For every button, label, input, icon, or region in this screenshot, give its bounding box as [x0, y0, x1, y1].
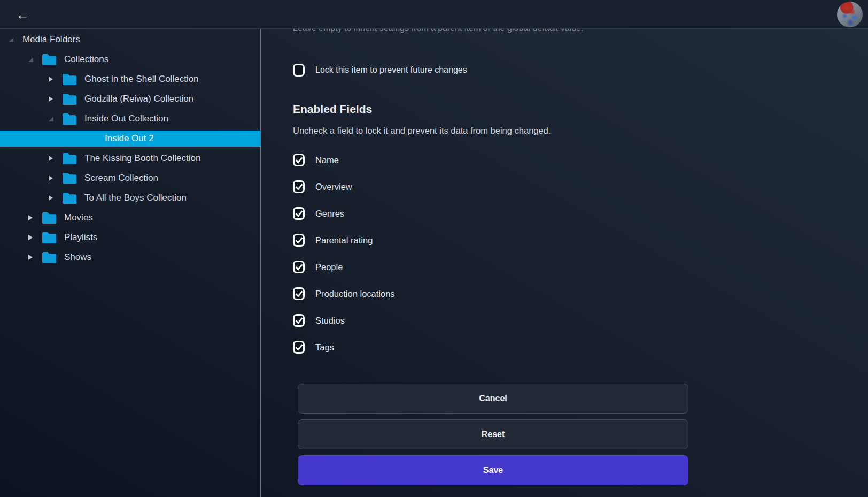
field-row-studios[interactable]: Studios [293, 307, 395, 334]
collapsed-arrow-icon[interactable] [26, 215, 35, 220]
media-folder-tree-panel: Media FoldersCollectionsGhost in the She… [0, 29, 261, 497]
collapsed-arrow-icon[interactable] [26, 255, 35, 260]
field-label: Name [315, 155, 339, 165]
field-checkbox-people[interactable] [293, 261, 305, 273]
field-row-overview[interactable]: Overview [293, 173, 395, 200]
tree-item-label: Collections [64, 54, 108, 65]
folder-icon [63, 173, 76, 184]
field-label: Parental rating [315, 235, 373, 246]
tree-item-playlists[interactable]: Playlists [0, 230, 260, 246]
media-folder-tree: Media FoldersCollectionsGhost in the She… [0, 32, 260, 265]
tree-item-label: Inside Out Collection [84, 113, 168, 124]
enabled-fields-list: NameOverviewGenresParental ratingPeopleP… [293, 147, 395, 361]
tree-item-label: Shows [64, 252, 91, 263]
folder-icon [63, 74, 76, 85]
collapsed-arrow-icon[interactable] [46, 195, 56, 201]
field-row-people[interactable]: People [293, 254, 395, 280]
tree-item-label: Inside Out 2 [105, 133, 154, 144]
field-checkbox-overview[interactable] [293, 180, 305, 193]
field-row-tags[interactable]: Tags [293, 334, 395, 361]
tree-item-movies[interactable]: Movies [0, 210, 260, 226]
expanded-arrow-icon[interactable] [46, 117, 56, 121]
collapsed-arrow-icon[interactable] [46, 96, 56, 102]
field-checkbox-tags[interactable] [293, 341, 305, 354]
folder-icon [63, 193, 76, 204]
field-label: Overview [315, 182, 352, 192]
user-avatar[interactable] [837, 2, 863, 27]
lock-item-checkbox[interactable] [293, 64, 305, 77]
tree-item-label: The Kissing Booth Collection [84, 153, 200, 164]
tree-item-label: Ghost in the Shell Collection [84, 74, 199, 85]
expanded-arrow-icon[interactable] [6, 37, 15, 42]
folder-icon [63, 153, 76, 164]
reset-button[interactable]: Reset [298, 419, 688, 449]
tree-item-label: Movies [64, 212, 93, 223]
field-checkbox-production-locations[interactable] [293, 287, 305, 300]
tree-item-scream-collection[interactable]: Scream Collection [0, 170, 260, 186]
tree-item-media-folders[interactable]: Media Folders [0, 32, 260, 48]
back-button[interactable]: ← [14, 6, 31, 23]
tree-item-godzilla-reiwa-collection[interactable]: Godzilla (Reiwa) Collection [0, 91, 260, 107]
tree-item-ghost-in-the-shell-collection[interactable]: Ghost in the Shell Collection [0, 71, 260, 87]
folder-icon [42, 212, 56, 224]
collapsed-arrow-icon[interactable] [26, 235, 35, 240]
field-label: Tags [315, 342, 334, 353]
folder-icon [42, 54, 56, 65]
collapsed-arrow-icon[interactable] [46, 77, 56, 82]
back-arrow-icon: ← [16, 7, 29, 22]
enabled-fields-title: Enabled Fields [293, 103, 372, 116]
metadata-editor-page: { "colors": { "accent": "#00a4dc", "fold… [0, 0, 868, 497]
tree-item-inside-out-collection[interactable]: Inside Out Collection [0, 111, 260, 127]
folder-icon [63, 113, 76, 125]
tree-item-label: Godzilla (Reiwa) Collection [84, 94, 193, 104]
top-bar: ← [0, 0, 868, 29]
save-button[interactable]: Save [298, 455, 688, 485]
cancel-button[interactable]: Cancel [298, 384, 688, 414]
enabled-fields-description: Uncheck a field to lock it and prevent i… [293, 126, 551, 136]
folder-icon [63, 94, 76, 105]
lock-item-label: Lock this item to prevent future changes [315, 65, 467, 75]
form-button-group: CancelResetSave [298, 384, 688, 491]
collapsed-arrow-icon[interactable] [46, 175, 56, 181]
field-row-parental-rating[interactable]: Parental rating [293, 227, 395, 254]
folder-icon [42, 252, 56, 263]
field-label: Production locations [315, 289, 395, 299]
field-row-name[interactable]: Name [293, 147, 395, 173]
field-label: Genres [315, 209, 344, 219]
field-checkbox-studios[interactable] [293, 314, 305, 327]
editor-panel: Leave empty to inherit settings from a p… [261, 0, 868, 497]
field-checkbox-genres[interactable] [293, 207, 305, 220]
tree-item-inside-out-2[interactable]: Inside Out 2 [0, 131, 260, 147]
collapsed-arrow-icon[interactable] [46, 156, 56, 161]
tree-item-label: Scream Collection [84, 173, 158, 183]
tree-item-shows[interactable]: Shows [0, 249, 260, 265]
field-label: Studios [315, 316, 345, 326]
tree-item-collections[interactable]: Collections [0, 51, 260, 67]
field-label: People [315, 262, 343, 272]
field-row-production-locations[interactable]: Production locations [293, 280, 395, 307]
tree-item-label: To All the Boys Collection [84, 193, 187, 203]
tree-item-to-all-the-boys-collection[interactable]: To All the Boys Collection [0, 190, 260, 206]
lock-item-row[interactable]: Lock this item to prevent future changes [293, 64, 467, 77]
field-checkbox-parental-rating[interactable] [293, 234, 305, 247]
tree-item-label: Media Folders [22, 34, 80, 45]
field-checkbox-name[interactable] [293, 154, 305, 166]
field-row-genres[interactable]: Genres [293, 200, 395, 227]
folder-icon [42, 232, 56, 243]
expanded-arrow-icon[interactable] [26, 57, 35, 62]
tree-item-label: Playlists [64, 232, 97, 243]
tree-item-the-kissing-booth-collection[interactable]: The Kissing Booth Collection [0, 150, 260, 166]
